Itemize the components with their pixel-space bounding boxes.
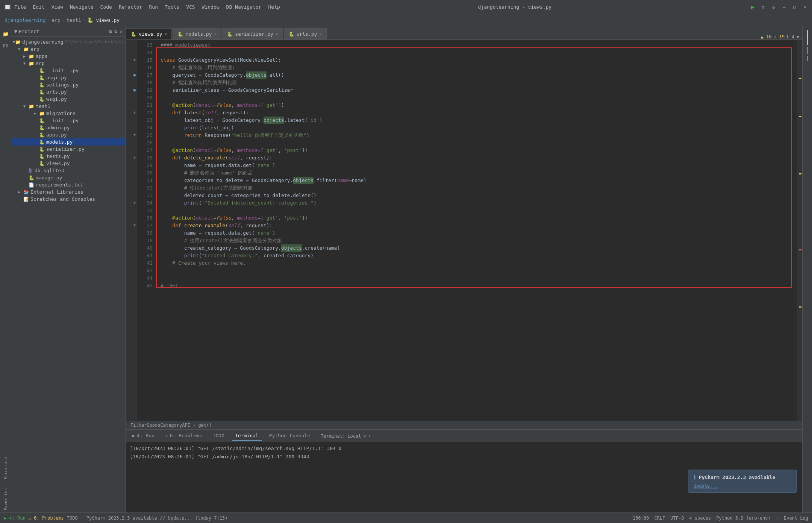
notif-update-link[interactable]: Update... bbox=[694, 484, 718, 489]
editor-settings[interactable]: ▼ bbox=[797, 34, 799, 39]
menu-bar[interactable]: File Edit View Navigate Code Refactor Ru… bbox=[14, 4, 280, 10]
status-position[interactable]: 136:30 bbox=[633, 515, 649, 521]
tab-models-py[interactable]: 🐍 models.py ✕ bbox=[173, 28, 221, 39]
fold-28[interactable]: ▼ bbox=[133, 154, 136, 162]
tree-item-root[interactable]: ▼ 📁 djangolearning C:\Users\gxx\Desktop\… bbox=[11, 38, 126, 45]
tree-item-serializer[interactable]: 🐍 serializer.py bbox=[11, 146, 126, 153]
structure-icon[interactable]: Structure bbox=[1, 453, 10, 483]
breadcrumb-test1[interactable]: test1 bbox=[67, 17, 81, 23]
tab-icon-urls: 🐍 bbox=[289, 32, 294, 37]
menu-code[interactable]: Code bbox=[100, 4, 112, 10]
tree-arrow-test1[interactable]: ▼ bbox=[23, 104, 29, 108]
tab-urls-py[interactable]: 🐍 urls.py ✕ bbox=[284, 28, 327, 39]
tree-item-erp-root[interactable]: ▼ 📁 erp bbox=[11, 45, 126, 53]
tree-item-models[interactable]: 🐍 models.py bbox=[11, 138, 126, 146]
tree-item-admin[interactable]: 🐍 admin.py bbox=[11, 124, 126, 131]
tree-item-requirements[interactable]: 📄 requirements.txt bbox=[11, 181, 126, 188]
tab-todo[interactable]: TODO bbox=[210, 431, 227, 441]
impl-19[interactable]: ● bbox=[133, 86, 136, 94]
project-settings[interactable]: ⚙ bbox=[114, 29, 117, 34]
tab-close-views[interactable]: ✕ bbox=[165, 32, 167, 36]
tree-item-wsgi[interactable]: 🐍 wsgi.py bbox=[11, 96, 126, 103]
code-area[interactable]: #### modelviewset class GoodsCategoryVie… bbox=[156, 40, 797, 421]
menu-view[interactable]: View bbox=[52, 4, 63, 10]
tree-item-urls-erp[interactable]: 🐍 urls.py bbox=[11, 88, 126, 96]
tree-item-manage[interactable]: 🐍 manage.py bbox=[11, 174, 126, 181]
info-count[interactable]: ℹ 4 bbox=[787, 34, 794, 39]
menu-refactor[interactable]: Refactor bbox=[119, 4, 142, 10]
fold-25[interactable]: ▼ bbox=[133, 132, 136, 139]
impl-17[interactable]: ● bbox=[133, 71, 136, 79]
status-run[interactable]: ▶ 4: Run bbox=[4, 515, 26, 521]
breadcrumb-project[interactable]: djangolearning bbox=[5, 17, 46, 23]
tab-python-console[interactable]: Python Console bbox=[266, 431, 314, 441]
tab-run[interactable]: ▶ 4: Run bbox=[129, 431, 158, 441]
tree-arrow-erp-root[interactable]: ▼ bbox=[18, 47, 23, 51]
breadcrumb-erp[interactable]: erp bbox=[52, 17, 60, 23]
menu-tools[interactable]: Tools bbox=[165, 4, 179, 10]
tree-item-views[interactable]: 🐍 views.py bbox=[11, 160, 126, 167]
tab-serializer-py[interactable]: 🐍 serializer.py ✕ bbox=[222, 28, 283, 39]
tree-item-settings[interactable]: 🐍 settings.py bbox=[11, 81, 126, 88]
run-button[interactable]: ▶ bbox=[750, 4, 756, 10]
tree-item-external-libs[interactable]: ▶ 📚 External Libraries bbox=[11, 188, 126, 196]
tree-arrow-erp-sub[interactable]: ▼ bbox=[23, 61, 29, 65]
project-collapse-all[interactable]: ⊟ bbox=[109, 29, 112, 34]
status-todo[interactable]: TODO bbox=[67, 515, 78, 521]
tab-views-py[interactable]: 🐍 views.py ✕ bbox=[126, 28, 172, 39]
tree-item-tests[interactable]: 🐍 tests.py bbox=[11, 153, 126, 160]
project-panel-toggle[interactable]: 📁 bbox=[1, 29, 10, 38]
menu-window[interactable]: Window bbox=[202, 4, 220, 10]
tree-arrow-migrations[interactable]: ▶ bbox=[34, 111, 39, 115]
right-gutter-scrollbar[interactable] bbox=[797, 40, 802, 421]
tree-item-asgi[interactable]: 🐍 asgi.py bbox=[11, 74, 126, 81]
tree-item-scratches[interactable]: 📝 Scratches and Consoles bbox=[11, 196, 126, 203]
close-button[interactable]: ✕ bbox=[802, 4, 808, 10]
tree-item-init1[interactable]: 🐍 __init__.py bbox=[11, 67, 126, 74]
tree-item-apps-py[interactable]: 🐍 apps.py bbox=[11, 131, 126, 138]
fold-37[interactable]: ▼ bbox=[133, 222, 136, 229]
menu-edit[interactable]: Edit bbox=[33, 4, 44, 10]
tree-item-erp-sub[interactable]: ▼ 📁 erp bbox=[11, 60, 126, 67]
menu-navigate[interactable]: Navigate bbox=[70, 4, 94, 10]
tab-problems[interactable]: ⚠ 6: Problems bbox=[162, 431, 205, 441]
project-close[interactable]: ✕ bbox=[120, 29, 123, 34]
menu-file[interactable]: File bbox=[14, 4, 26, 10]
warning-count[interactable]: ⚠ 19 bbox=[774, 34, 785, 39]
favorites-icon[interactable]: Favorites bbox=[1, 486, 10, 512]
status-problems[interactable]: ⚠ 6: Problems bbox=[29, 515, 64, 521]
tree-item-init2[interactable]: 🐍 __init__.py bbox=[11, 117, 126, 124]
status-python[interactable]: Python 3.9 (erp-env) bbox=[716, 515, 771, 521]
menu-vcs[interactable]: VCS bbox=[186, 4, 195, 10]
tree-item-db[interactable]: 🗄 db.sqlite3 bbox=[11, 167, 126, 174]
project-dropdown-arrow[interactable]: ▼ bbox=[14, 29, 17, 34]
tab-close-serializer[interactable]: ✕ bbox=[276, 32, 278, 36]
menu-db-navigator[interactable]: DB Navigator bbox=[226, 4, 262, 10]
build-button[interactable]: ⚙ bbox=[760, 4, 766, 10]
menu-run[interactable]: Run bbox=[149, 4, 158, 10]
fold-22[interactable]: ▼ bbox=[133, 109, 136, 117]
menu-help[interactable]: Help bbox=[268, 4, 280, 10]
update-button[interactable]: ↻ bbox=[771, 4, 777, 10]
tree-item-apps[interactable]: ▶ 📁 apps bbox=[11, 53, 126, 60]
tree-item-migrations[interactable]: ▶ 📁 migrations bbox=[11, 110, 126, 117]
db-browser-icon[interactable]: DB bbox=[1, 41, 10, 50]
fold-15[interactable]: ▼ bbox=[133, 56, 136, 64]
tree-arrow-ext-libs[interactable]: ▶ bbox=[18, 190, 23, 194]
tree-item-test1[interactable]: ▼ 📁 test1 bbox=[11, 103, 126, 110]
status-indent[interactable]: 4 spaces bbox=[689, 515, 711, 521]
tab-close-urls[interactable]: ✕ bbox=[320, 32, 322, 36]
status-event-log[interactable]: Event Log bbox=[784, 515, 808, 521]
tab-terminal[interactable]: Terminal bbox=[232, 431, 262, 441]
tab-close-models[interactable]: ✕ bbox=[214, 32, 217, 36]
status-line-sep[interactable]: CRLF bbox=[654, 515, 665, 521]
status-encoding[interactable]: UTF-8 bbox=[670, 515, 684, 521]
tree-arrow-apps[interactable]: ▶ bbox=[23, 54, 29, 58]
fold-34[interactable]: ▼ bbox=[133, 199, 136, 207]
terminal-add-button[interactable]: + bbox=[368, 434, 371, 439]
eq-methods-21: =[ bbox=[258, 102, 264, 109]
triangle-count[interactable]: ▲ 16 bbox=[760, 34, 771, 39]
terminal-local-close[interactable]: ✕ bbox=[363, 434, 366, 439]
minimize-button[interactable]: — bbox=[781, 4, 787, 10]
maximize-button[interactable]: □ bbox=[792, 4, 798, 10]
